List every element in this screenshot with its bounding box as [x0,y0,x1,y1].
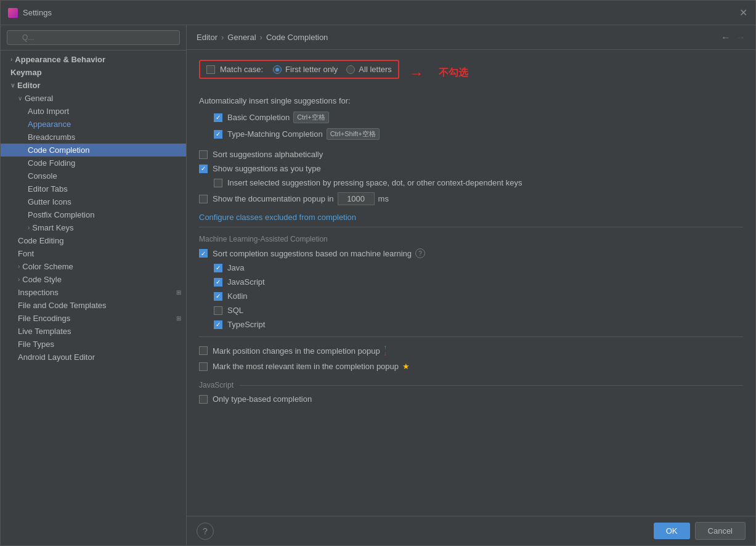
search-input[interactable] [7,30,180,45]
annotation-arrow: → [409,65,424,82]
content-area: Match case: First letter only All letter… [187,50,755,516]
ok-button[interactable]: OK [654,523,690,539]
annotation-note: 不勾选 [439,67,468,79]
bottom-bar: ? OK Cancel [187,516,755,545]
sort-ml-label: Sort completion suggestions based on mac… [213,249,412,258]
sidebar-item-file-types[interactable]: File Types [1,338,186,351]
javascript-label: JavaScript [227,277,265,287]
js-section-line: JavaScript [199,381,743,389]
auto-insert-label: Automatically insert single suggestions … [199,96,743,105]
sql-row: SQL [199,306,743,315]
search-wrapper: 🔍 [7,30,180,45]
star-icon: ★ [402,362,410,371]
typescript-label: TypeScript [227,320,265,329]
expand-arrow: ∨ [18,95,22,102]
sidebar-item-auto-import[interactable]: Auto Import [1,105,186,118]
sql-label: SQL [227,306,243,315]
insert-by-space-checkbox[interactable] [214,179,222,187]
match-case-annotation-row: Match case: First letter only All letter… [199,60,743,86]
breadcrumb-editor: Editor [197,33,217,42]
sidebar-item-console[interactable]: Console [1,169,186,182]
sidebar-item-gutter-icons[interactable]: Gutter Icons [1,195,186,208]
typescript-row: TypeScript [199,320,743,329]
breadcrumb-bar: Editor › General › Code Completion ← → [187,25,755,50]
kotlin-row: Kotlin [199,291,743,301]
show-doc-popup-row: Show the documentation popup in ms [199,192,743,205]
show-doc-popup-label: Show the documentation popup in [213,194,334,203]
sort-alpha-checkbox[interactable] [199,150,208,159]
sidebar-item-editor-tabs[interactable]: Editor Tabs [1,182,186,195]
back-arrow[interactable]: ← [721,32,731,43]
type-matching-checkbox[interactable] [214,130,222,139]
show-as-type-checkbox[interactable] [199,165,208,173]
all-letters-radio[interactable] [346,65,355,74]
insert-by-space-label: Insert selected suggestion by pressing s… [227,178,522,187]
all-letters-label: All letters [359,65,391,74]
mark-position-checkbox[interactable] [199,346,208,355]
type-matching-kbd: Ctrl+Shift+空格 [327,128,380,140]
configure-link[interactable]: Configure classes excluded from completi… [199,213,356,222]
basic-completion-checkbox[interactable] [214,113,222,122]
sidebar-item-editor[interactable]: ∨ Editor [1,79,186,92]
sort-ml-checkbox[interactable] [199,249,208,258]
sort-alpha-row: Sort suggestions alphabetically [199,150,743,159]
expand-arrow: ∨ [10,82,15,89]
first-letter-radio[interactable] [273,65,282,74]
match-case-checkbox[interactable] [206,65,215,74]
ml-section: Machine Learning-Assisted Completion Sor… [199,227,743,329]
forward-arrow[interactable]: → [736,32,746,43]
sidebar-item-inspections[interactable]: Inspections ⊞ [1,286,186,299]
sort-ml-help[interactable]: ? [415,248,425,258]
sql-checkbox[interactable] [214,306,222,315]
sidebar-item-smart-keys[interactable]: › Smart Keys [1,221,186,234]
only-type-based-label: Only type-based completion [213,394,312,404]
mark-relevant-checkbox[interactable] [199,362,208,371]
first-letter-label: First letter only [285,65,338,74]
close-button[interactable]: ✕ [738,8,748,18]
sidebar-item-live-templates[interactable]: Live Templates [1,325,186,338]
show-doc-popup-checkbox[interactable] [199,195,208,203]
sidebar-item-code-completion[interactable]: Code Completion [1,144,186,157]
mark-position-row: Mark position changes in the completion … [199,344,743,357]
ml-section-title: Machine Learning-Assisted Completion [199,235,743,243]
basic-completion-kbd: Ctrl+空格 [293,112,329,123]
javascript-checkbox[interactable] [214,278,222,287]
sort-ml-row: Sort completion suggestions based on mac… [199,248,743,258]
sidebar-item-font[interactable]: Font [1,247,186,260]
sidebar-tree: › Appearance & Behavior Keymap ∨ Editor … [1,51,186,545]
sidebar-item-file-encodings[interactable]: File Encodings ⊞ [1,312,186,325]
typescript-checkbox[interactable] [214,320,222,329]
cancel-button[interactable]: Cancel [695,522,746,540]
sidebar-item-appearance-behavior[interactable]: › Appearance & Behavior [1,53,186,66]
sidebar-item-file-code-templates[interactable]: File and Code Templates [1,299,186,312]
expand-arrow: › [18,276,20,283]
java-checkbox[interactable] [214,264,222,272]
sidebar-item-breadcrumbs[interactable]: Breadcrumbs [1,131,186,144]
sidebar-item-appearance[interactable]: Appearance [1,118,186,131]
kotlin-checkbox[interactable] [214,292,222,301]
breadcrumb-general: General [227,33,256,42]
mark-relevant-row: Mark the most relevant item in the compl… [199,362,743,371]
sidebar-item-keymap[interactable]: Keymap [1,66,186,79]
sort-alpha-label: Sort suggestions alphabetically [213,150,323,159]
sidebar-item-color-scheme[interactable]: › Color Scheme [1,260,186,273]
breadcrumb-code-completion: Code Completion [266,33,328,42]
only-type-based-row: Only type-based completion [199,394,743,404]
app-icon [8,8,18,18]
configure-link-wrapper: Configure classes excluded from completi… [199,213,743,222]
insert-by-space-row: Insert selected suggestion by pressing s… [199,178,743,187]
main-panel: Editor › General › Code Completion ← → M… [187,25,755,545]
nav-arrows: ← → [721,32,746,43]
help-button[interactable]: ? [197,523,214,540]
popup-timeout-input[interactable] [338,192,375,205]
sidebar-item-general[interactable]: ∨ General [1,92,186,105]
sidebar-item-code-folding[interactable]: Code Folding [1,157,186,169]
sidebar-item-code-editing[interactable]: Code Editing [1,234,186,247]
basic-completion-label: Basic Completion [227,113,290,122]
only-type-based-checkbox[interactable] [199,395,208,404]
sidebar-item-android-layout-editor[interactable]: Android Layout Editor [1,351,186,364]
sidebar-item-postfix-completion[interactable]: Postfix Completion [1,208,186,221]
js-section-title: JavaScript [199,381,234,389]
search-box: 🔍 [1,25,186,51]
sidebar-item-code-style[interactable]: › Code Style [1,273,186,286]
